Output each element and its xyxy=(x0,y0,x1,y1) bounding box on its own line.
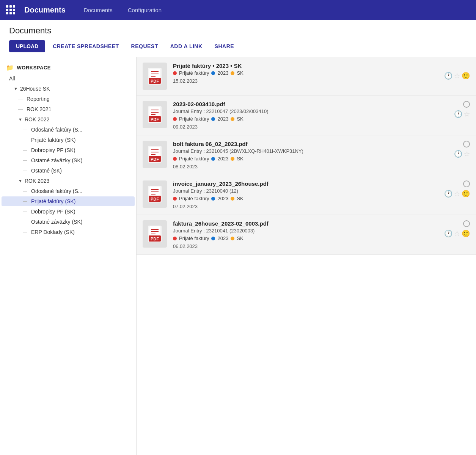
document-item-4[interactable]: PDF faktura_26house_2023-02_0003.pdfJour… xyxy=(137,215,476,255)
sidebar-item-13[interactable]: Ostatné záväzky (SK) xyxy=(2,217,135,227)
doc-date-4: 06.02.2023 xyxy=(173,243,434,249)
document-item-1[interactable]: PDF 2023-02-003410.pdfJournal Entry : 23… xyxy=(137,96,476,135)
document-item-0[interactable]: PDF Prijaté faktúry • 2023 • SKPrijaté f… xyxy=(137,57,476,96)
nav-link-documents[interactable]: Documents xyxy=(81,5,116,15)
document-item-3[interactable]: PDF invoice_january_2023_26house.pdfJour… xyxy=(137,175,476,215)
tag-dot-4-1 xyxy=(211,237,215,240)
sidebar-item-8[interactable]: Ostatné (SK) xyxy=(2,166,135,176)
create-spreadsheet-button[interactable]: CREATE SPREADSHEET xyxy=(47,40,125,52)
app-grid-icon[interactable] xyxy=(6,5,15,14)
main-layout: 📁 WORKSPACE All ▼26House SKReportingROK … xyxy=(0,57,476,455)
star-icon-0[interactable]: ☆ xyxy=(454,72,460,79)
smiley-icon-3[interactable]: 🙂 xyxy=(462,190,470,197)
sidebar-item-7[interactable]: Ostatné záväzky (SK) xyxy=(2,155,135,165)
doc-radio-3[interactable] xyxy=(463,180,470,187)
tag-label-0-2: SK xyxy=(237,70,243,76)
svg-text:PDF: PDF xyxy=(151,237,159,241)
tag-dot-4-2 xyxy=(231,237,234,240)
sidebar-item-4[interactable]: Odoslané faktúry (S... xyxy=(2,125,135,135)
doc-journal-3: Journal Entry : 23210040 (12) xyxy=(173,188,434,194)
doc-tags-2: Prijaté faktúry2023SK xyxy=(173,156,434,162)
document-item-2[interactable]: PDF bolt faktura 06_02_2023.pdfJournal E… xyxy=(137,135,476,175)
sidebar-item-label-12: Dobropisy PF (SK) xyxy=(31,209,75,215)
doc-tags-0: Prijaté faktúry2023SK xyxy=(173,70,434,76)
sidebar-item-5[interactable]: Prijaté faktúry (SK) xyxy=(2,135,135,145)
doc-date-3: 07.02.2023 xyxy=(173,204,434,209)
nav-link-configuration[interactable]: Configuration xyxy=(125,5,165,15)
sidebar-item-label-2: ROK 2021 xyxy=(27,106,51,112)
smiley-icon-0[interactable]: 🙂 xyxy=(462,72,470,79)
tag-dot-1-1 xyxy=(211,117,215,121)
sidebar-item-9[interactable]: ▼ROK 2023 xyxy=(2,176,135,186)
clock-icon-2[interactable]: 🕐 xyxy=(454,151,462,157)
clock-icon-3[interactable]: 🕐 xyxy=(444,190,452,197)
tag-label-4-1: 2023 xyxy=(217,235,228,241)
sidebar-item-label-0: 26House SK xyxy=(20,86,50,92)
document-list: PDF Prijaté faktúry • 2023 • SKPrijaté f… xyxy=(137,57,476,255)
doc-icon-row-2: 🕐☆ xyxy=(454,151,470,157)
clock-icon-0[interactable]: 🕐 xyxy=(444,72,452,79)
sidebar-item-12[interactable]: Dobropisy PF (SK) xyxy=(2,207,135,217)
doc-journal-2: Journal Entry : 23210045 (2BWXLXQ-RH401I… xyxy=(173,148,434,154)
share-button[interactable]: SHARE xyxy=(209,40,240,52)
sidebar-item-2[interactable]: ROK 2021 xyxy=(2,104,135,114)
tag-dot-2-2 xyxy=(231,157,234,161)
doc-icon-row-4: 🕐☆🙂 xyxy=(444,230,470,237)
doc-info-2: bolt faktura 06_02_2023.pdfJournal Entry… xyxy=(173,141,434,169)
doc-icon-row-3: 🕐☆🙂 xyxy=(444,190,470,197)
doc-info-1: 2023-02-003410.pdfJournal Entry : 232100… xyxy=(173,101,434,130)
tag-dot-3-0 xyxy=(173,197,177,201)
doc-tags-3: Prijaté faktúry2023SK xyxy=(173,196,434,201)
tag-dot-2-0 xyxy=(173,157,177,161)
star-icon-4[interactable]: ☆ xyxy=(454,230,460,237)
smiley-icon-4[interactable]: 🙂 xyxy=(462,230,470,237)
doc-actions-4: 🕐☆🙂 xyxy=(440,220,470,237)
tag-label-3-1: 2023 xyxy=(217,196,228,201)
svg-text:PDF: PDF xyxy=(151,197,159,201)
doc-radio-4[interactable] xyxy=(463,220,470,227)
sidebar-item-all[interactable]: All xyxy=(0,74,136,83)
tag-label-0-0: Prijaté faktúry xyxy=(179,70,209,76)
doc-thumbnail-4: PDF xyxy=(143,220,167,248)
doc-name-0: Prijaté faktúry • 2023 • SK xyxy=(173,63,434,69)
request-button[interactable]: REQUEST xyxy=(125,40,164,52)
tag-dot-2-1 xyxy=(211,157,215,161)
sidebar-item-14[interactable]: ERP Doklady (SK) xyxy=(2,227,135,237)
doc-actions-2: 🕐☆ xyxy=(440,141,470,157)
content-area: PDF Prijaté faktúry • 2023 • SKPrijaté f… xyxy=(137,57,476,455)
sidebar-item-6[interactable]: Dobropisy PF (SK) xyxy=(2,145,135,155)
sidebar-item-3[interactable]: ▼ROK 2022 xyxy=(2,115,135,124)
sidebar-item-label-7: Ostatné záväzky (SK) xyxy=(31,157,82,163)
clock-icon-4[interactable]: 🕐 xyxy=(444,230,452,237)
tag-label-0-1: 2023 xyxy=(217,70,228,76)
add-link-button[interactable]: ADD A LINK xyxy=(164,40,209,52)
tag-dot-1-0 xyxy=(173,117,177,121)
tag-label-2-0: Prijaté faktúry xyxy=(179,156,209,162)
star-icon-2[interactable]: ☆ xyxy=(464,151,470,157)
tag-dot-0-2 xyxy=(231,71,234,75)
doc-date-1: 09.02.2023 xyxy=(173,124,434,130)
doc-date-0: 15.02.2023 xyxy=(173,78,434,84)
doc-info-4: faktura_26house_2023-02_0003.pdfJournal … xyxy=(173,220,434,249)
doc-name-3: invoice_january_2023_26house.pdf xyxy=(173,180,434,187)
tag-label-1-0: Prijaté faktúry xyxy=(179,116,209,122)
sidebar-item-0[interactable]: ▼26House SK xyxy=(2,84,135,94)
sidebar-item-10[interactable]: Odoslané faktúry (S... xyxy=(2,186,135,196)
doc-radio-2[interactable] xyxy=(463,141,470,147)
sidebar-item-label-3: ROK 2022 xyxy=(25,116,49,122)
sidebar-item-1[interactable]: Reporting xyxy=(2,94,135,104)
doc-thumbnail-2: PDF xyxy=(143,141,167,168)
sidebar-item-label-8: Ostatné (SK) xyxy=(31,168,62,174)
clock-icon-1[interactable]: 🕐 xyxy=(454,111,462,118)
workspace-section: 📁 WORKSPACE xyxy=(0,62,136,74)
upload-button[interactable]: UPLOAD xyxy=(9,40,45,52)
star-icon-3[interactable]: ☆ xyxy=(454,190,460,197)
doc-radio-1[interactable] xyxy=(463,101,470,108)
svg-text:PDF: PDF xyxy=(151,79,159,83)
tag-label-2-1: 2023 xyxy=(217,156,228,162)
star-icon-1[interactable]: ☆ xyxy=(464,111,470,118)
doc-name-1: 2023-02-003410.pdf xyxy=(173,101,434,107)
sidebar-item-label-11: Prijaté faktúry (SK) xyxy=(31,198,75,204)
doc-icon-row-0: 🕐☆🙂 xyxy=(444,72,470,79)
sidebar-item-11[interactable]: Prijaté faktúry (SK) xyxy=(2,196,135,206)
